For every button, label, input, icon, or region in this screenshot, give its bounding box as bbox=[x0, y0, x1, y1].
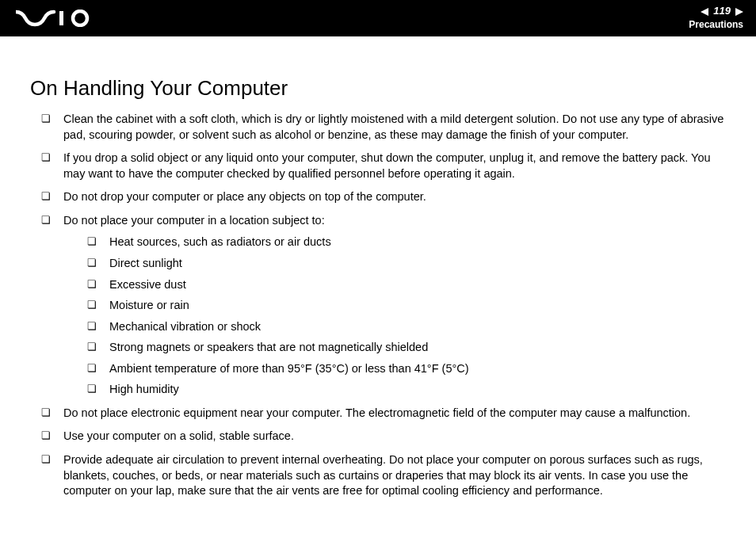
svg-point-1 bbox=[73, 11, 87, 25]
list-item: Use your computer on a solid, stable sur… bbox=[41, 429, 726, 444]
header-bar: 119 Precautions bbox=[0, 0, 756, 36]
list-item: If you drop a solid object or any liquid… bbox=[41, 151, 726, 181]
list-item: Heat sources, such as radiators or air d… bbox=[87, 235, 726, 250]
header-right: 119 Precautions bbox=[689, 5, 743, 31]
list-item: Do not place electronic equipment near y… bbox=[41, 406, 726, 421]
prev-page-arrow-icon[interactable] bbox=[701, 8, 708, 16]
list-item: Mechanical vibration or shock bbox=[87, 319, 726, 335]
list-item: Strong magnets or speakers that are not … bbox=[87, 340, 726, 356]
list-item: Do not drop your computer or place any o… bbox=[41, 189, 726, 205]
vaio-logo-svg bbox=[16, 10, 94, 27]
list-item-text: Do not place your computer in a location… bbox=[63, 214, 325, 227]
list-item: Provide adequate air circulation to prev… bbox=[41, 452, 726, 499]
list-item: Clean the cabinet with a soft cloth, whi… bbox=[41, 112, 726, 143]
page-navigation: 119 bbox=[689, 5, 743, 18]
list-item: Excessive dust bbox=[87, 277, 726, 293]
list-item: Do not place your computer in a location… bbox=[41, 213, 726, 398]
svg-rect-0 bbox=[59, 11, 63, 25]
page-title: On Handling Your Computer bbox=[30, 76, 726, 101]
page-number: 119 bbox=[712, 5, 732, 18]
next-page-arrow-icon[interactable] bbox=[735, 8, 743, 16]
list-item: Moisture or rain bbox=[87, 298, 726, 314]
vaio-logo bbox=[16, 10, 94, 27]
list-item: Direct sunlight bbox=[87, 256, 726, 272]
list-item: Ambient temperature of more than 95°F (3… bbox=[87, 361, 726, 377]
section-label: Precautions bbox=[689, 19, 743, 32]
main-bullet-list: Clean the cabinet with a soft cloth, whi… bbox=[30, 112, 726, 499]
page-content: On Handling Your Computer Clean the cabi… bbox=[0, 36, 756, 499]
list-item: High humidity bbox=[87, 382, 726, 398]
nested-bullet-list: Heat sources, such as radiators or air d… bbox=[63, 235, 726, 398]
